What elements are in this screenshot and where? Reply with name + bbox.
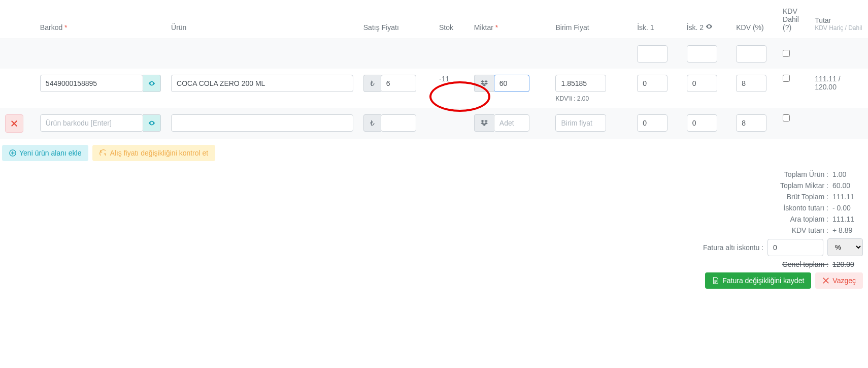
header-isk1: İsk. 1 bbox=[632, 0, 682, 39]
filter-row bbox=[0, 39, 868, 69]
total-product-label: Toplam Ürün : bbox=[784, 170, 828, 178]
grand-total-label: Genel toplam : bbox=[782, 260, 828, 268]
invoice-discount-unit-select[interactable]: % bbox=[827, 238, 863, 256]
header-satis: Satış Fiyatı bbox=[358, 0, 434, 39]
header-delete bbox=[0, 0, 35, 39]
kdv-dahil-checkbox[interactable] bbox=[783, 75, 790, 82]
new-kdv-dahil-checkbox[interactable] bbox=[783, 114, 790, 121]
new-barkod-view-button[interactable] bbox=[143, 114, 161, 132]
table-row: ₺ -11 KDV'li : 2.00 111. bbox=[0, 69, 868, 108]
new-row: ₺ bbox=[0, 108, 868, 139]
save-invoice-button[interactable]: Fatura değişikliğini kaydet bbox=[705, 272, 811, 289]
isk2-input[interactable] bbox=[687, 75, 717, 92]
invoice-discount-label: Fatura altı iskontu : bbox=[703, 243, 763, 252]
new-isk1-input[interactable] bbox=[637, 114, 667, 132]
close-icon bbox=[822, 277, 829, 284]
close-icon bbox=[11, 120, 18, 127]
kdv-input[interactable] bbox=[736, 75, 766, 92]
plus-circle-icon bbox=[9, 149, 16, 157]
kdvli-note: KDV'li : 2.00 bbox=[555, 95, 627, 102]
eye-icon bbox=[148, 80, 155, 87]
new-birim-input[interactable] bbox=[555, 114, 606, 132]
eye-icon bbox=[706, 23, 713, 30]
kdv-amount-value: + 8.89 bbox=[832, 226, 863, 234]
miktar-input[interactable] bbox=[494, 75, 529, 92]
gross-total-value: 111.11 bbox=[832, 193, 863, 201]
header-barkod: Barkod * bbox=[35, 0, 166, 39]
header-stok: Stok bbox=[434, 0, 469, 39]
total-qty-label: Toplam Miktar : bbox=[780, 181, 828, 190]
add-new-product-button[interactable]: Yeni ürün alanı ekle bbox=[2, 145, 88, 161]
filter-kdv-dahil-checkbox[interactable] bbox=[783, 50, 790, 57]
kdv-amount-label: KDV tutarı : bbox=[792, 226, 828, 234]
urun-input[interactable] bbox=[171, 75, 353, 92]
invoice-discount-input[interactable] bbox=[767, 239, 823, 256]
new-barkod-input[interactable] bbox=[40, 114, 143, 132]
summary-panel: Toplam Ürün :1.00 Toplam Miktar :60.00 B… bbox=[584, 167, 868, 299]
total-product-value: 1.00 bbox=[832, 170, 863, 178]
discount-label: İskonto tutarı : bbox=[783, 204, 828, 212]
barkod-view-button[interactable] bbox=[143, 75, 161, 92]
new-isk2-input[interactable] bbox=[687, 114, 717, 132]
birim-input[interactable] bbox=[555, 75, 606, 92]
tutar-value: 111.11 / 120.00 bbox=[810, 69, 868, 108]
header-miktar: Miktar * bbox=[469, 0, 551, 39]
eye-icon bbox=[148, 119, 155, 127]
dropbox-icon bbox=[474, 114, 494, 132]
discount-value: - 0.00 bbox=[832, 204, 863, 212]
grand-total-value: 120.00 bbox=[832, 260, 863, 268]
check-price-change-button[interactable]: Alış fiyatı değişikliğini kontrol et bbox=[92, 145, 215, 161]
header-isk2: İsk. 2 bbox=[682, 0, 731, 39]
filter-isk1[interactable] bbox=[637, 45, 667, 63]
barkod-input[interactable] bbox=[40, 75, 143, 92]
new-kdv-input[interactable] bbox=[736, 114, 766, 132]
cancel-button[interactable]: Vazgeç bbox=[815, 272, 863, 289]
gross-total-label: Brüt Toplam : bbox=[787, 193, 828, 201]
stok-value: -11 bbox=[434, 69, 469, 108]
currency-icon: ₺ bbox=[363, 75, 381, 92]
new-miktar-input[interactable] bbox=[494, 114, 529, 132]
subtotal-value: 111.11 bbox=[832, 215, 863, 223]
dropbox-icon bbox=[474, 75, 494, 92]
delete-row-button[interactable] bbox=[5, 114, 23, 133]
header-birim: Birim Fiyat bbox=[550, 0, 632, 39]
header-urun: Ürün bbox=[166, 0, 358, 39]
header-tutar: Tutar KDV Hariç / Dahil bbox=[810, 0, 868, 39]
new-satis-input[interactable] bbox=[381, 114, 416, 132]
header-kdv: KDV (%) bbox=[731, 0, 778, 39]
total-qty-value: 60.00 bbox=[832, 181, 863, 190]
document-icon bbox=[712, 277, 719, 284]
satis-input[interactable] bbox=[381, 75, 416, 92]
new-urun-input[interactable] bbox=[171, 114, 353, 132]
filter-isk2[interactable] bbox=[687, 45, 717, 63]
filter-kdv[interactable] bbox=[736, 45, 766, 63]
refresh-icon bbox=[99, 149, 107, 157]
header-kdv-dahil: KDV Dahil (?) bbox=[778, 0, 810, 39]
subtotal-label: Ara toplam : bbox=[790, 215, 828, 223]
currency-icon: ₺ bbox=[363, 114, 381, 132]
isk1-input[interactable] bbox=[637, 75, 667, 92]
